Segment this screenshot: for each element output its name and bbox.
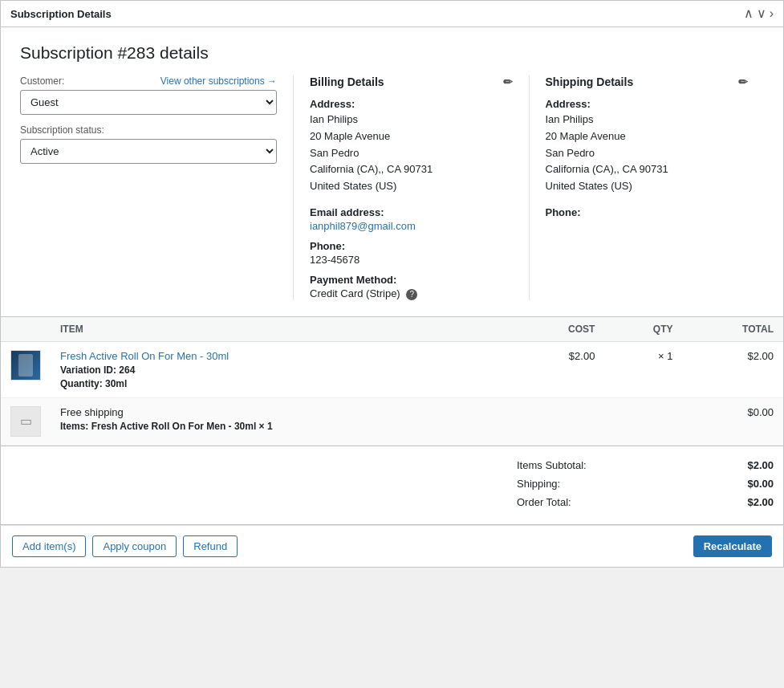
product-thumbnail [10, 350, 41, 381]
top-section: Customer: View other subscriptions → Gue… [20, 75, 764, 300]
refund-button[interactable]: Refund [183, 535, 238, 557]
table-header-row: Item Cost Qty Total [1, 317, 783, 342]
footer-section: Add item(s) Apply coupon Refund Recalcul… [0, 525, 784, 568]
shipping-thumbnail-cell: ▭ [1, 397, 51, 445]
subscription-panel: Subscription Details ∧ ∨ › Subscription … [0, 0, 784, 317]
totals-rows: Items Subtotal: $2.00 Shipping: $0.00 Or… [517, 456, 774, 511]
billing-edit-icon[interactable]: ✏ [503, 75, 513, 88]
shipping-edit-icon[interactable]: ✏ [738, 75, 748, 88]
product-variation-id: Variation ID: 264 [60, 364, 503, 376]
product-name-link[interactable]: Fresh Active Roll On For Men - 30ml [60, 350, 229, 362]
add-items-button[interactable]: Add item(s) [12, 535, 86, 557]
order-total-value: $2.00 [747, 496, 774, 508]
status-select[interactable]: Active Cancelled On Hold Pending [20, 139, 277, 164]
shipping-phone-block: Phone: [546, 206, 749, 218]
billing-section-title: Billing Details ✏ [310, 75, 513, 88]
payment-info-icon[interactable]: ? [406, 289, 417, 300]
product-quantity: Quantity: 30ml [60, 378, 503, 389]
billing-address-block: Address: Ian Philips 20 Maple Avenue San… [310, 98, 513, 195]
shipping-section-title: Shipping Details ✏ [546, 75, 749, 88]
status-label: Subscription status: [20, 124, 277, 136]
items-table: Item Cost Qty Total Fresh Active Roll On… [1, 317, 783, 446]
customer-section: Customer: View other subscriptions → Gue… [20, 75, 293, 300]
panel-title: Subscription Details [10, 8, 112, 20]
table-row: ▭ Free shipping Items: Fresh Active Roll… [1, 397, 783, 445]
apply-coupon-button[interactable]: Apply coupon [92, 535, 177, 557]
footer-left-buttons: Add item(s) Apply coupon Refund [12, 535, 238, 557]
shipping-thumbnail: ▭ [10, 406, 41, 437]
billing-payment-method: Credit Card (Stripe) ? [310, 287, 513, 300]
shipping-total-value: $0.00 [747, 478, 774, 490]
billing-phone-block: Phone: 123-45678 [310, 240, 513, 266]
shipping-items: Items: Fresh Active Roll On For Men - 30… [60, 421, 503, 432]
shipping-cost-empty [513, 397, 604, 445]
shipping-state-zip: California (CA),, CA 90731 [546, 161, 749, 178]
billing-shipping-section: Billing Details ✏ Address: Ian Philips 2… [293, 75, 764, 300]
shipping-total-label: Shipping: [517, 478, 560, 490]
th-cost: Cost [513, 317, 604, 342]
chevron-up-icon[interactable]: ∧ [744, 7, 754, 20]
th-item: Item [51, 317, 513, 342]
shipping-column: Shipping Details ✏ Address: Ian Philips … [529, 75, 765, 300]
billing-state-zip: California (CA),, CA 90731 [310, 161, 513, 178]
billing-city: San Pedro [310, 145, 513, 162]
th-qty: Qty [604, 317, 682, 342]
panel-header: Subscription Details ∧ ∨ › [1, 1, 783, 27]
product-qty: × 1 [604, 341, 682, 397]
subscription-title: Subscription #283 details [20, 43, 764, 63]
order-total-label: Order Total: [517, 496, 571, 508]
subtotal-row: Items Subtotal: $2.00 [517, 456, 774, 474]
billing-payment-block: Payment Method: Credit Card (Stripe) ? [310, 274, 513, 300]
billing-column: Billing Details ✏ Address: Ian Philips 2… [293, 75, 529, 300]
view-other-subscriptions-link[interactable]: View other subscriptions → [160, 75, 277, 87]
billing-country: United States (US) [310, 178, 513, 195]
product-cost: $2.00 [513, 341, 604, 397]
customer-label-text: Customer: [20, 75, 64, 87]
billing-email-link[interactable]: ianphil879@gmail.com [310, 220, 416, 232]
shipping-street: 20 Maple Avenue [546, 128, 749, 145]
totals-inner: Items Subtotal: $2.00 Shipping: $0.00 Or… [1, 446, 783, 524]
shipping-total: $0.00 [682, 397, 783, 445]
subtotal-label: Items Subtotal: [517, 459, 587, 471]
shipping-info-cell: Free shipping Items: Fresh Active Roll O… [51, 397, 513, 445]
billing-phone: 123-45678 [310, 254, 513, 266]
table-row: Fresh Active Roll On For Men - 30ml Vari… [1, 341, 783, 397]
shipping-name: Free shipping [60, 406, 503, 418]
panel-body: Subscription #283 details Customer: View… [1, 27, 783, 316]
customer-select[interactable]: Guest [20, 90, 277, 115]
shipping-qty-empty [604, 397, 682, 445]
product-thumbnail-cell [1, 341, 51, 397]
chevron-right-icon[interactable]: › [770, 7, 774, 20]
shipping-name: Ian Philips [546, 112, 749, 128]
chevron-down-icon[interactable]: ∨ [757, 7, 766, 20]
customer-label-row: Customer: View other subscriptions → [20, 75, 277, 87]
shipping-total-row: Shipping: $0.00 [517, 474, 774, 493]
billing-email-block: Email address: ianphil879@gmail.com [310, 206, 513, 232]
shipping-city: San Pedro [546, 145, 749, 162]
th-thumb [1, 317, 51, 342]
order-total-row: Order Total: $2.00 [517, 493, 774, 511]
billing-name: Ian Philips [310, 112, 513, 128]
panel-controls: ∧ ∨ › [744, 7, 774, 20]
product-total: $2.00 [682, 341, 783, 397]
shipping-country: United States (US) [546, 178, 749, 195]
totals-section: Items Subtotal: $2.00 Shipping: $0.00 Or… [0, 446, 784, 525]
items-section: Item Cost Qty Total Fresh Active Roll On… [0, 317, 784, 446]
shipping-address-block: Address: Ian Philips 20 Maple Avenue San… [546, 98, 749, 195]
subtotal-value: $2.00 [747, 459, 774, 471]
recalculate-button[interactable]: Recalculate [693, 535, 772, 557]
billing-street: 20 Maple Avenue [310, 128, 513, 145]
th-total: Total [682, 317, 783, 342]
product-info-cell: Fresh Active Roll On For Men - 30ml Vari… [51, 341, 513, 397]
